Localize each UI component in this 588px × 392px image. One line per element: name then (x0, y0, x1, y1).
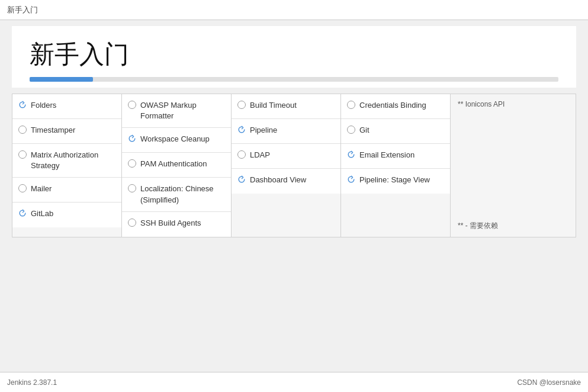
plugin-grid: FoldersTimestamperMatrix Authorization S… (12, 94, 576, 237)
circle-icon (347, 126, 355, 134)
page-title: 新手入门 (30, 38, 558, 71)
plugin-name: Pipeline (250, 125, 277, 136)
plugin-name: LDAP (250, 150, 270, 160)
plugin-name: Dashboard View (250, 175, 306, 185)
plugin-name: Build Timeout (250, 100, 297, 111)
circle-icon (18, 150, 27, 159)
refresh-icon (237, 126, 246, 134)
plugin-col-1: FoldersTimestamperMatrix Authorization S… (12, 94, 122, 237)
refresh-icon (347, 150, 355, 159)
plugin-name: Folders (31, 100, 56, 111)
plugin-name: Matrix Authorization Strategy (31, 150, 115, 171)
side-notes: ** Ionicons API ** - 需要依赖 (451, 94, 576, 237)
side-note-bottom: ** - 需要依赖 (451, 215, 576, 237)
plugin-item[interactable]: OWASP Markup Formatter (122, 94, 231, 128)
plugin-name: Git (359, 125, 369, 136)
plugin-name: GitLab (31, 208, 53, 219)
refresh-icon (18, 209, 27, 217)
plugin-item[interactable]: Folders (12, 94, 121, 119)
circle-icon (128, 159, 136, 168)
plugin-item[interactable]: LDAP (232, 144, 340, 169)
plugin-name: Workspace Cleanup (140, 134, 210, 144)
plugin-name: SSH Build Agents (140, 218, 201, 229)
plugin-name: Timestamper (31, 125, 75, 136)
plugin-item[interactable]: Email Extension (341, 144, 450, 169)
plugin-name: Localization: Chinese (Simplified) (140, 184, 225, 205)
circle-icon (237, 150, 246, 159)
plugin-col-4: Credentials BindingGit Email Extension P… (341, 94, 451, 237)
plugin-name: PAM Authentication (140, 159, 207, 169)
plugin-item[interactable]: GitLab (12, 203, 121, 227)
plugin-item[interactable]: Mailer (12, 178, 121, 203)
plugin-item[interactable]: PAM Authentication (122, 153, 231, 178)
refresh-icon (18, 101, 27, 109)
plugin-item[interactable]: SSH Build Agents (122, 212, 231, 237)
plugin-grid-section: FoldersTimestamperMatrix Authorization S… (12, 94, 576, 237)
footer-version: Jenkins 2.387.1 (7, 378, 57, 387)
plugin-name: Email Extension (359, 150, 415, 160)
plugin-item[interactable]: Localization: Chinese (Simplified) (122, 178, 231, 211)
circle-icon (128, 101, 136, 109)
plugin-col-2: OWASP Markup Formatter Workspace Cleanup… (122, 94, 232, 237)
refresh-icon (128, 134, 136, 143)
circle-icon (18, 126, 27, 134)
plugin-item[interactable]: Dashboard View (232, 169, 340, 194)
progress-bar-container (30, 77, 558, 82)
side-note-top: ** Ionicons API (451, 94, 576, 114)
plugin-col-5: ** Ionicons API ** - 需要依赖 (451, 94, 576, 237)
circle-icon (237, 101, 246, 109)
footer-credit: CSDN @losersnake (517, 378, 581, 387)
circle-icon (128, 184, 136, 192)
plugin-name: Pipeline: Stage View (359, 175, 430, 185)
plugin-name: Credentials Binding (359, 100, 426, 111)
hero-section: 新手入门 (12, 26, 576, 88)
top-bar: 新手入门 (0, 0, 588, 20)
plugin-item[interactable]: Timestamper (12, 119, 121, 144)
refresh-icon (237, 175, 246, 184)
plugin-col-3: Build Timeout PipelineLDAP Dashboard Vie… (232, 94, 341, 237)
circle-icon (347, 101, 355, 109)
circle-icon (18, 184, 27, 192)
circle-icon (128, 219, 136, 227)
top-bar-title: 新手入门 (7, 5, 38, 15)
plugin-item[interactable]: Build Timeout (232, 94, 340, 119)
plugin-name: Mailer (31, 184, 52, 194)
plugin-name: OWASP Markup Formatter (140, 100, 225, 121)
bottom-footer: Jenkins 2.387.1 CSDN @losersnake (0, 372, 588, 392)
plugin-item[interactable]: Pipeline (232, 119, 340, 144)
progress-bar-fill (30, 77, 93, 82)
refresh-icon (347, 175, 355, 184)
plugin-item[interactable]: Credentials Binding (341, 94, 450, 119)
plugin-item[interactable]: Git (341, 119, 450, 144)
plugin-item[interactable]: Matrix Authorization Strategy (12, 144, 121, 178)
plugin-item[interactable]: Pipeline: Stage View (341, 169, 450, 194)
plugin-item[interactable]: Workspace Cleanup (122, 128, 231, 153)
